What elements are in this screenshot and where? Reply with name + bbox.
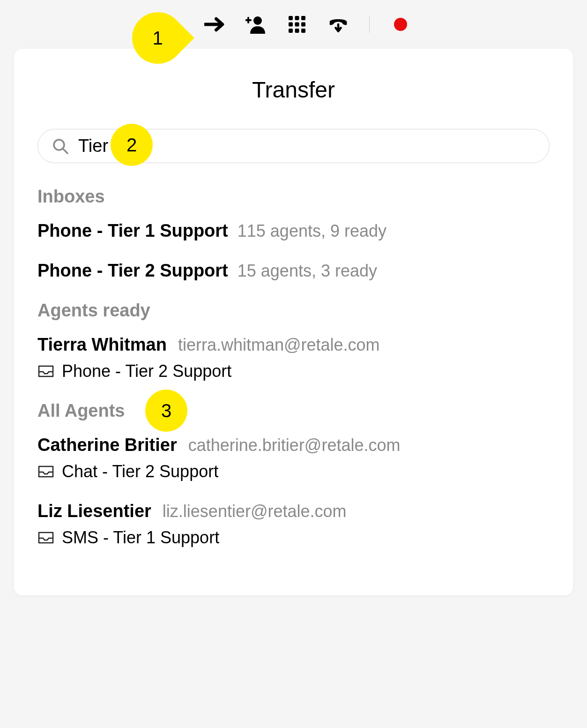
inbox-status: 15 agents, 3 ready <box>238 261 377 281</box>
callout-3: 3 <box>145 390 187 432</box>
agent-name: Tierra Whitman <box>37 335 167 355</box>
add-person-icon[interactable] <box>245 14 266 35</box>
agent-row[interactable]: Tierra Whitman tierra.whitman@retale.com… <box>37 335 550 381</box>
svg-rect-8 <box>295 29 299 33</box>
svg-rect-7 <box>289 29 293 33</box>
inbox-row[interactable]: Phone - Tier 2 Support 15 agents, 3 read… <box>37 261 550 281</box>
transfer-panel: Transfer 2 Inboxes Phone - Tier 1 Suppor… <box>14 49 573 595</box>
search-field-wrap[interactable]: 2 <box>37 129 550 163</box>
transfer-icon[interactable] <box>204 14 225 35</box>
toolbar-divider <box>369 16 370 33</box>
search-icon <box>52 138 69 155</box>
section-all-agents: All Agents <box>37 401 125 421</box>
section-agents-ready: Agents ready <box>37 300 550 321</box>
dialpad-icon[interactable] <box>287 14 307 35</box>
svg-rect-6 <box>301 23 305 27</box>
agent-queue: Chat - Tier 2 Support <box>37 462 550 481</box>
panel-title: Transfer <box>37 77 550 103</box>
inbox-icon <box>37 531 54 545</box>
svg-rect-2 <box>295 16 299 20</box>
inbox-name: Phone - Tier 1 Support <box>37 221 228 241</box>
agent-email: catherine.britier@retale.com <box>188 435 401 455</box>
svg-rect-9 <box>301 29 305 33</box>
agent-email: liz.liesentier@retale.com <box>163 502 347 521</box>
svg-point-10 <box>54 140 64 150</box>
svg-rect-4 <box>289 23 293 27</box>
inbox-name: Phone - Tier 2 Support <box>37 261 228 281</box>
inbox-icon <box>37 465 54 479</box>
svg-rect-3 <box>301 16 305 20</box>
callout-2: 2 <box>111 124 153 166</box>
call-toolbar <box>0 0 587 44</box>
agent-name: Liz Liesentier <box>37 501 151 521</box>
inbox-status: 115 agents, 9 ready <box>238 221 386 241</box>
agent-queue: SMS - Tier 1 Support <box>37 528 550 548</box>
svg-rect-5 <box>295 23 299 27</box>
svg-line-11 <box>63 149 67 153</box>
agent-row[interactable]: Catherine Britier catherine.britier@reta… <box>37 435 550 481</box>
inbox-row[interactable]: Phone - Tier 1 Support 115 agents, 9 rea… <box>37 221 550 241</box>
agent-name: Catherine Britier <box>37 435 177 455</box>
agent-row[interactable]: Liz Liesentier liz.liesentier@retale.com… <box>37 501 550 548</box>
agent-queue: Phone - Tier 2 Support <box>37 361 550 381</box>
hangup-icon[interactable] <box>328 14 349 35</box>
svg-rect-1 <box>289 16 293 20</box>
section-inboxes: Inboxes <box>37 187 550 207</box>
svg-point-0 <box>253 16 262 25</box>
agent-email: tierra.whitman@retale.com <box>178 335 380 355</box>
inbox-icon <box>37 364 54 378</box>
record-icon[interactable] <box>390 14 411 35</box>
